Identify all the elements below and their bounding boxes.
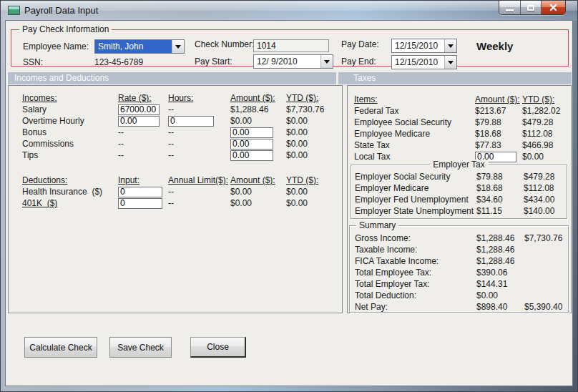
bonus-ytd-cell: $0.00 <box>286 127 336 138</box>
bonus-amount-input[interactable] <box>230 127 273 138</box>
column-header: Items: <box>354 94 475 105</box>
tax-row-label: Employee Medicare <box>354 128 475 139</box>
pay-start-dropdown-button[interactable] <box>320 55 333 68</box>
employer-tax-row-label: Employer Medicare <box>355 182 476 194</box>
pay-end-dropdown-button[interactable] <box>444 56 456 69</box>
column-header: Hours: <box>168 92 230 104</box>
health-insurance-input-cell <box>118 186 168 197</box>
pay-start-label: Pay Start: <box>195 57 232 67</box>
total-employer-tax-ytd <box>524 278 572 290</box>
local-tax-ytd: $0.00 <box>522 151 572 162</box>
ssn-label: SSN: <box>23 57 43 67</box>
total-deduction-amount: $0.00 <box>476 290 524 301</box>
income-row-label: Commissions <box>22 138 118 150</box>
federal-tax-ytd: $1,282.02 <box>522 105 572 117</box>
employer-fed-unemp-ytd: $434.00 <box>524 194 567 205</box>
summary-table: Gross Income: $1,288.46 $7,730.76 Taxabl… <box>355 232 572 313</box>
employer-tax-group: Employer Tax Employer Social Security $7… <box>351 165 567 219</box>
pay-date-dropdown-button[interactable] <box>444 39 456 52</box>
bonus-amount-cell <box>230 127 286 138</box>
commissions-hours-cell: -- <box>168 138 230 150</box>
minimize-button[interactable] <box>499 1 520 14</box>
salary-amount-cell: $1,288.46 <box>230 104 286 115</box>
tips-rate-cell: -- <box>118 150 168 161</box>
pay-date-label: Pay Date: <box>341 39 379 49</box>
taxes-table: Items: Amount ($): YTD ($): Federal Tax … <box>354 94 572 162</box>
employee-ss-ytd: $479.28 <box>522 117 572 128</box>
incomes-table: Incomes: Rate ($): Hours: Amount ($): YT… <box>22 92 336 161</box>
incomes-section-header: Incomes and Deductions <box>8 72 336 84</box>
column-header: YTD ($): <box>522 94 572 105</box>
bonus-hours-cell: -- <box>168 127 230 138</box>
401k-limit-cell: -- <box>168 197 230 209</box>
401k-input-cell <box>118 197 168 209</box>
net-pay-amount: $898.40 <box>476 301 524 313</box>
taxes-panel: Items: Amount ($): YTD ($): Federal Tax … <box>347 85 572 313</box>
chevron-down-icon <box>448 61 454 64</box>
chevron-down-icon <box>175 45 181 49</box>
close-window-button[interactable] <box>541 1 565 14</box>
tax-row-label: Federal Tax <box>354 105 475 117</box>
401k-input[interactable] <box>118 198 162 209</box>
column-header: Deductions: <box>22 175 118 186</box>
title-bar[interactable]: Payroll Data Input <box>1 1 577 21</box>
deductions-table: Deductions: Input: Annual Limit($): Amou… <box>22 175 336 209</box>
tips-ytd-cell: $0.00 <box>286 150 336 161</box>
employee-medicare-ytd: $112.08 <box>522 128 572 139</box>
summary-row-label: Gross Income: <box>355 232 476 244</box>
income-row-label: Tips <box>22 150 118 161</box>
employee-name-combobox[interactable]: Smith, John <box>94 39 185 54</box>
overtime-rate-input[interactable] <box>118 116 160 127</box>
pay-frequency-label: Weekly <box>476 40 513 52</box>
pay-end-datepicker[interactable]: 12/15/2010 <box>391 55 457 69</box>
column-header: Amount ($): <box>230 175 286 186</box>
employer-tax-row-label: Employer State Unemployment <box>355 205 476 217</box>
employer-fed-unemp-amount: $34.60 <box>476 194 524 205</box>
salary-ytd-cell: $7,730.76 <box>286 104 336 115</box>
deduction-row-label-401k: 401K ($) <box>22 197 118 209</box>
overtime-hours-input[interactable] <box>168 116 214 127</box>
summary-group-title: Summary <box>356 220 398 230</box>
taxable-income-ytd <box>524 244 572 255</box>
pay-start-value: 12/ 9/2010 <box>257 57 298 67</box>
column-header: YTD ($): <box>286 92 336 104</box>
tips-amount-input[interactable] <box>230 150 273 161</box>
summary-row-label: Total Employee Tax: <box>355 267 476 278</box>
calculate-check-button[interactable]: Calculate Check <box>24 337 97 358</box>
maximize-button[interactable] <box>520 1 541 14</box>
tax-row-label: State Tax <box>354 139 475 151</box>
save-check-button[interactable]: Save Check <box>109 337 172 358</box>
state-tax-amount: $77.83 <box>475 139 522 151</box>
pay-date-value: 12/15/2010 <box>395 41 438 51</box>
column-header: Amount ($): <box>230 92 286 104</box>
income-row-label: Salary <box>22 104 118 115</box>
window-controls <box>499 1 566 15</box>
health-insurance-ytd-cell: $0.00 <box>286 186 336 197</box>
employee-name-dropdown-button[interactable] <box>172 40 184 53</box>
check-number-field[interactable]: 1014 <box>253 39 329 52</box>
federal-tax-amount: $213.67 <box>475 105 522 117</box>
column-header: Annual Limit($): <box>168 175 230 186</box>
employee-name-value: Smith, John <box>98 41 172 52</box>
salary-rate-input[interactable] <box>118 104 160 115</box>
health-insurance-input[interactable] <box>118 187 162 197</box>
employee-name-label: Employee Name: <box>23 41 89 52</box>
salary-rate-cell <box>118 104 168 115</box>
taxable-income-amount: $1,288.46 <box>476 244 524 255</box>
employee-medicare-amount: $18.68 <box>475 128 522 139</box>
pay-end-label: Pay End: <box>341 57 376 67</box>
paycheck-group-title: Pay Check Information <box>19 24 112 34</box>
pay-date-datepicker[interactable]: 12/15/2010 <box>391 39 457 53</box>
commissions-amount-input[interactable] <box>230 139 273 150</box>
gross-income-ytd: $7,730.76 <box>524 232 572 244</box>
close-button[interactable]: Close <box>190 337 246 358</box>
employer-ss-amount: $79.88 <box>476 171 524 182</box>
employer-state-unemp-amount: $11.15 <box>476 205 524 217</box>
pay-start-datepicker[interactable]: 12/ 9/2010 <box>253 54 333 69</box>
chevron-down-icon <box>448 44 454 48</box>
total-employer-tax-amount: $144.31 <box>476 278 524 290</box>
commissions-amount-cell <box>230 138 286 150</box>
taxes-section-header: Taxes <box>338 72 572 84</box>
deduction-row-label: Health Insurance ($) <box>22 186 118 197</box>
check-number-label: Check Number: <box>195 39 254 49</box>
